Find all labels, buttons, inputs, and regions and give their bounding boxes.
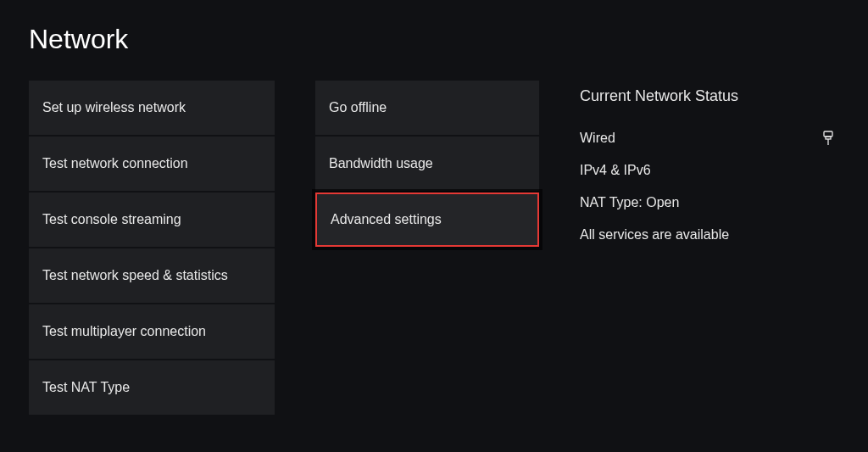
- test-network-connection-button[interactable]: Test network connection: [29, 137, 275, 191]
- status-services: All services are available: [580, 227, 834, 243]
- test-nat-type-button[interactable]: Test NAT Type: [29, 360, 275, 415]
- advanced-settings-button[interactable]: Advanced settings: [315, 193, 539, 247]
- status-nat-type: NAT Type: Open: [580, 195, 834, 210]
- bandwidth-usage-button[interactable]: Bandwidth usage: [315, 137, 539, 191]
- menu-column-1: Set up wireless network Test network con…: [29, 81, 275, 415]
- status-column: Current Network Status Wired IPv4 & IPv6…: [580, 81, 834, 415]
- test-console-streaming-button[interactable]: Test console streaming: [29, 193, 275, 247]
- test-multiplayer-button[interactable]: Test multiplayer connection: [29, 304, 275, 359]
- setup-wireless-button[interactable]: Set up wireless network: [29, 81, 275, 135]
- status-heading: Current Network Status: [580, 87, 834, 105]
- go-offline-button[interactable]: Go offline: [315, 81, 539, 135]
- svg-rect-1: [826, 137, 831, 139]
- page-title: Network: [0, 0, 868, 55]
- status-connection-type-label: Wired: [580, 131, 615, 146]
- status-ip-version: IPv4 & IPv6: [580, 163, 834, 178]
- status-connection-type: Wired: [580, 131, 834, 146]
- test-network-speed-button[interactable]: Test network speed & statistics: [29, 248, 275, 303]
- ethernet-icon: [822, 131, 834, 146]
- svg-rect-0: [824, 131, 832, 137]
- menu-column-2: Go offline Bandwidth usage Advanced sett…: [315, 81, 539, 415]
